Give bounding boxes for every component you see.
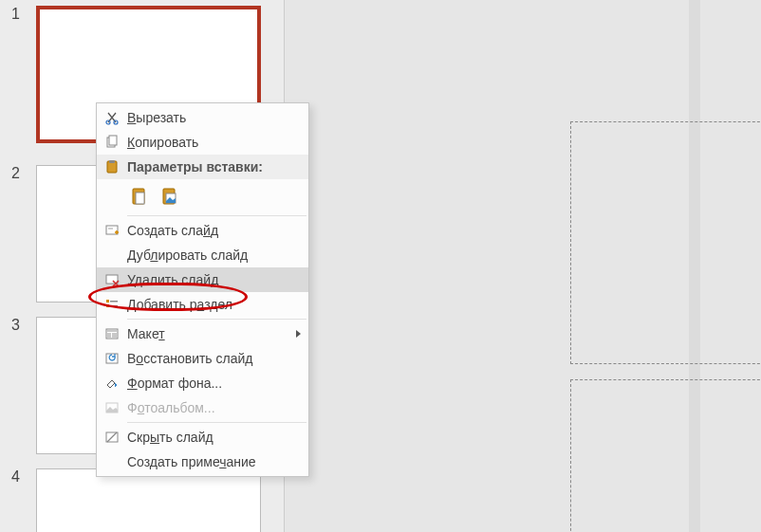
submenu-arrow-icon [296, 330, 301, 338]
menu-label: Создать примечание [127, 454, 299, 469]
menu-item-cut[interactable]: Вырезать [97, 105, 308, 130]
menu-item-copy[interactable]: Копировать [97, 130, 308, 155]
menu-label: Добавить раздел [127, 297, 299, 312]
menu-item-new-slide[interactable]: Создать слайд [97, 218, 308, 243]
delete-slide-icon [97, 272, 127, 287]
menu-label: Фотоальбом... [127, 400, 299, 415]
paste-picture-icon [160, 187, 179, 206]
paste-options-row [97, 179, 308, 213]
menu-item-reset-slide[interactable]: Восстановить слайд [97, 346, 308, 371]
svg-rect-11 [108, 228, 113, 229]
slide-number: 2 [11, 165, 20, 182]
format-bg-icon [97, 376, 127, 391]
menu-paste-options-header: Параметры вставки: [97, 155, 308, 179]
menu-label: Скрыть слайд [127, 430, 299, 445]
menu-label: Формат фона... [127, 376, 299, 391]
svg-rect-16 [110, 305, 118, 307]
menu-label: Параметры вставки: [127, 159, 299, 174]
menu-label: Копировать [127, 135, 299, 150]
slide-title-placeholder[interactable] [570, 121, 761, 364]
menu-label: Вырезать [127, 110, 299, 125]
paste-keep-theme-button[interactable] [127, 184, 152, 209]
svg-rect-5 [109, 160, 115, 163]
svg-rect-15 [106, 304, 109, 307]
scissors-icon [97, 110, 127, 125]
svg-rect-3 [109, 136, 117, 145]
section-icon [97, 297, 127, 312]
svg-rect-20 [112, 333, 117, 338]
menu-label: Восстановить слайд [127, 351, 299, 366]
slide-editor-area [286, 0, 761, 532]
menu-separator [127, 422, 306, 423]
svg-rect-13 [106, 300, 109, 303]
copy-icon [97, 135, 127, 150]
slide-thumbnail-4[interactable] [36, 468, 261, 532]
menu-item-duplicate-slide[interactable]: Дублировать слайд [97, 243, 308, 267]
menu-item-delete-slide[interactable]: Удалить слайд [97, 267, 308, 292]
slide-number: 4 [11, 468, 20, 486]
clipboard-icon [97, 159, 127, 174]
svg-rect-14 [110, 301, 118, 303]
menu-item-new-comment[interactable]: Создать примечание [97, 449, 308, 474]
hide-slide-icon [97, 430, 127, 445]
slide-context-menu: Вырезать Копировать Параметры вставки: С… [96, 102, 309, 477]
layout-icon [97, 326, 127, 341]
slide-number: 3 [11, 317, 20, 334]
menu-item-photo-album: Фотоальбом... [97, 395, 308, 420]
menu-separator [127, 215, 306, 216]
menu-label: Дублировать слайд [127, 248, 299, 263]
menu-separator [127, 319, 306, 320]
menu-label: Удалить слайд [127, 272, 299, 287]
svg-rect-7 [136, 193, 144, 204]
slide-content-placeholder[interactable] [570, 379, 761, 532]
reset-icon [97, 351, 127, 366]
photo-album-icon [97, 400, 127, 415]
menu-label: Создать слайд [127, 223, 299, 238]
svg-rect-12 [106, 275, 118, 284]
paste-as-picture-button[interactable] [158, 184, 182, 209]
svg-rect-18 [107, 330, 117, 332]
new-slide-icon [97, 223, 127, 238]
paste-theme-icon [130, 187, 149, 206]
menu-item-hide-slide[interactable]: Скрыть слайд [97, 425, 308, 449]
menu-item-format-background[interactable]: Формат фона... [97, 371, 308, 395]
menu-item-layout[interactable]: Макет [97, 321, 308, 346]
slide-number: 1 [11, 6, 20, 23]
menu-label: Макет [127, 326, 299, 341]
svg-rect-19 [107, 333, 111, 338]
menu-item-add-section[interactable]: Добавить раздел [97, 292, 308, 317]
